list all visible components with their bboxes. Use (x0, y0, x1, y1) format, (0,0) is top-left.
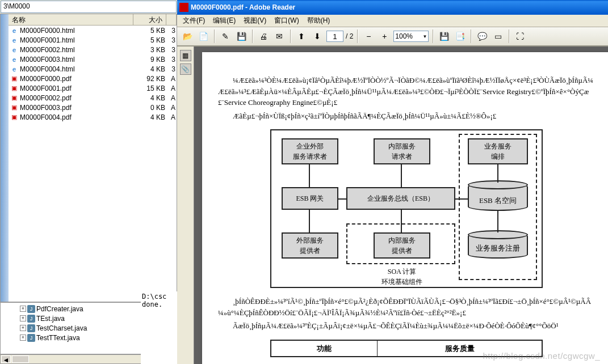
file-list-header[interactable]: 名称 大小 (9, 14, 177, 26)
expand-icon[interactable]: + (20, 315, 26, 321)
toolbar[interactable]: 📂 📄 ✎ 💾 🖨 ✉ ⬆ ⬇ / 2 − + 100%▼ 💾 📑 💬 ▭ ⛶ (177, 27, 608, 46)
file-row[interactable]: ▣M0000F0001.pdf15 KBA (9, 83, 177, 93)
ie-icon: e (10, 65, 19, 74)
pdf-icon: ▣ (10, 103, 19, 112)
ie-icon: e (10, 45, 19, 54)
pdf-icon: ▣ (10, 113, 19, 122)
expand-icon[interactable]: + (20, 335, 26, 341)
ie-icon: e (10, 26, 19, 35)
save-2-icon[interactable]: 💾 (437, 29, 451, 43)
menu-item[interactable]: 视图(V) (240, 15, 270, 27)
adobe-reader-window: M0000F0000.pdf - Adobe Reader 文件(F)编辑(E)… (177, 0, 608, 364)
pdf-icon: ▣ (10, 74, 19, 83)
highlight-icon[interactable]: ▭ (491, 29, 505, 43)
watermark: http://blog.csdn.net/cgwcgw_ (483, 351, 600, 361)
file-row[interactable]: eM0000F0000.html5 KB3 (9, 26, 177, 35)
print-icon[interactable]: 🖨 (257, 29, 270, 43)
file-row[interactable]: eM0000F0003.html9 KB3 (9, 54, 177, 64)
menu-item[interactable]: 帮助(H) (304, 15, 334, 27)
file-row[interactable]: eM0000F0004.html4 KB3 (9, 64, 177, 74)
pdf-icon (179, 3, 188, 12)
path-bar[interactable]: 3\M0000 (1, 1, 177, 13)
titlebar[interactable]: M0000F0000.pdf - Adobe Reader (177, 0, 608, 15)
java-icon: J (27, 305, 35, 313)
file-row[interactable]: ▣M0000F0000.pdf92 KBA (9, 74, 177, 83)
thumbnails-icon[interactable]: ▦ (180, 50, 191, 61)
expand-icon[interactable]: + (20, 306, 26, 312)
page-total: / 2 (346, 32, 353, 40)
next-page-icon[interactable]: ⬇ (311, 29, 324, 43)
sign-icon[interactable]: ✎ (219, 29, 232, 43)
file-row[interactable]: ▣M0000F0004.pdf4 KBA (9, 112, 177, 122)
sidebar-strip (1, 14, 9, 302)
save-icon[interactable]: 💾 (234, 29, 248, 43)
export-icon[interactable]: 📄 (196, 29, 210, 43)
java-icon: J (27, 315, 35, 323)
soa-diagram: 企业外部服务请求者 内部服务请求者 业务服务编排 ESB 网关 企业服务总线（E… (270, 129, 543, 288)
file-row[interactable]: ▣M0000F0002.pdf4 KBA (9, 93, 177, 103)
console-output: D:\csc done. (141, 291, 177, 364)
ie-icon: e (10, 55, 19, 64)
file-row[interactable]: eM0000F0001.html5 KB3 (9, 35, 177, 45)
file-row[interactable]: ▣M0000F0003.pdf0 KBA (9, 103, 177, 112)
zoom-out-icon[interactable]: − (362, 29, 375, 43)
fullscreen-icon[interactable]: ⛶ (513, 29, 527, 43)
open-icon[interactable]: 📂 (181, 29, 194, 43)
comment-icon[interactable]: 💬 (475, 29, 489, 43)
file-list: 名称 大小 eM0000F0000.html5 KB3eM0000F0001.h… (0, 14, 177, 302)
menu-item[interactable]: 文件(F) (179, 15, 208, 27)
menubar[interactable]: 文件(F)编辑(E)视图(V)窗口(W)帮助(H) (177, 15, 608, 27)
prev-page-icon[interactable]: ⬆ (295, 29, 308, 43)
pdf-icon: ▣ (10, 94, 19, 103)
page-number-input[interactable] (326, 31, 343, 42)
menu-item[interactable]: 窗口(W) (271, 15, 302, 27)
java-icon: J (27, 334, 35, 342)
java-icon: J (27, 324, 35, 332)
file-row[interactable]: eM0000F0002.html3 KB3 (9, 45, 177, 54)
scroll-left-icon[interactable]: ◄ (1, 355, 11, 363)
zoom-in-icon[interactable]: + (378, 29, 391, 43)
scroll-thumb[interactable] (12, 355, 29, 363)
ie-icon: e (10, 36, 19, 45)
expand-icon[interactable]: + (20, 325, 26, 331)
pdf-icon: ▣ (10, 84, 19, 93)
pdf-page: ¼Æ£ëã»¼³ÒÈ¼Æ£ëã»ù¡¢Ïâ¹ÒµÃÈî¼þÆ½ÏºÏÒÒ½ºÃ¬… (202, 52, 608, 364)
convert-icon[interactable]: 📑 (453, 29, 467, 43)
menu-item[interactable]: 编辑(E) (209, 15, 239, 27)
mail-icon[interactable]: ✉ (272, 29, 286, 43)
attachments-icon[interactable]: 📎 (180, 64, 191, 75)
side-tabs[interactable]: ▦ 📎 (177, 46, 194, 364)
zoom-combo[interactable]: 100%▼ (393, 31, 429, 42)
